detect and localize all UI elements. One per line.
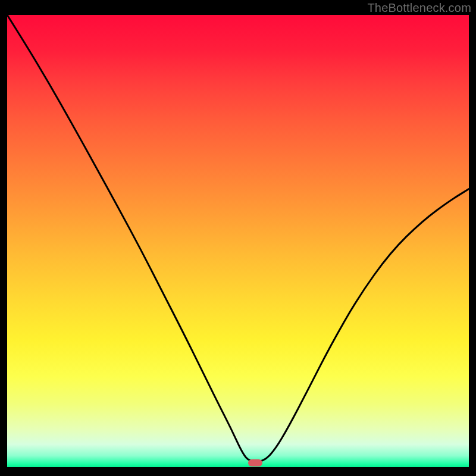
heat-gradient-background [7,15,469,467]
plot-area [7,15,469,467]
watermark-text: TheBottleneck.com [367,1,471,15]
chart-stage: TheBottleneck.com [0,0,476,476]
